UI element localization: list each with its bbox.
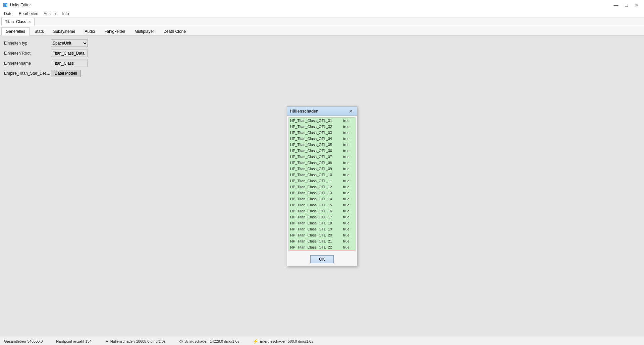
dialog-title: Hüllenschaden <box>290 109 318 114</box>
dialog-list-item[interactable]: HP_Titan_Class_OTL_16true <box>289 208 355 214</box>
status-bar: Gesamtleben 346000.0 Hardpoint anzahl 13… <box>0 337 644 345</box>
dialog-list-item[interactable]: HP_Titan_Class_OTL_14true <box>289 196 355 202</box>
gesamtleben-label: Gesamtleben <box>4 339 26 343</box>
tab-death-clone[interactable]: Death Clone <box>159 27 190 35</box>
tab-multiplayer[interactable]: Multiplayer <box>130 27 158 35</box>
dialog-list-item[interactable]: HP_Titan_Class_OTL_09true <box>289 166 355 172</box>
dialog-list-item[interactable]: HP_Titan_Class_OTL_22true <box>289 244 355 250</box>
minimize-button[interactable]: — <box>611 2 621 8</box>
huellenschaden-label: Hüllenschaden <box>110 339 135 343</box>
nav-tabs: Generelles Stats Subsysteme Audio Fähigk… <box>0 26 644 36</box>
dialog-footer: OK <box>287 253 357 266</box>
modal-overlay: Hüllenschaden ✕ HP_Titan_Class_OTL_01tru… <box>0 36 644 337</box>
dialog-list-item[interactable]: HP_Titan_Class_OTL_02true <box>289 124 355 130</box>
file-tab-label: Titan_Class <box>5 19 26 24</box>
dialog-list-item[interactable]: HP_Titan_Class_OTL_12true <box>289 184 355 190</box>
energieschaden-icon: ⚡ <box>253 339 258 344</box>
menu-item-bearbeiten[interactable]: Bearbeiten <box>16 11 41 17</box>
dialog-list-item[interactable]: HP_Titan_Class_OTL_04true <box>289 136 355 142</box>
dialog-list-item[interactable]: HP_Titan_Class_OTL_20true <box>289 232 355 238</box>
status-hardpoint: Hardpoint anzahl 134 <box>56 339 92 343</box>
dialog-list-item[interactable]: HP_Titan_Class_OTL_08true <box>289 160 355 166</box>
file-tab-close-icon[interactable]: ✕ <box>28 20 31 24</box>
close-button[interactable]: ✕ <box>632 2 641 8</box>
schildschaden-label: Schildschaden <box>184 339 209 343</box>
dialog-list-item[interactable]: HP_Titan_Class_OTL_15true <box>289 202 355 208</box>
file-tab-titan-class[interactable]: Titan_Class ✕ <box>1 18 35 26</box>
status-huellenschaden: ✦ Hüllenschaden 10608.0 dmg/1.0s <box>105 339 166 344</box>
dialog-list[interactable]: HP_Titan_Class_OTL_01trueHP_Titan_Class_… <box>289 118 355 251</box>
tab-subsysteme[interactable]: Subsysteme <box>49 27 79 35</box>
energieschaden-value: 500.0 dmg/1.0s <box>288 339 313 343</box>
menu-item-ansicht[interactable]: Ansicht <box>41 11 59 17</box>
dialog-list-item[interactable]: HP_Titan_Class_OTL_03true <box>289 130 355 136</box>
dialog-list-item[interactable]: HP_Titan_Class_OTL_11true <box>289 178 355 184</box>
status-energieschaden: ⚡ Energieschaden 500.0 dmg/1.0s <box>253 339 313 344</box>
schildschaden-icon: ⊙ <box>179 339 183 344</box>
huellenschaden-value: 10608.0 dmg/1.0s <box>136 339 166 343</box>
dialog-list-item[interactable]: HP_Titan_Class_OTL_17true <box>289 214 355 220</box>
window-controls: — □ ✕ <box>611 2 641 8</box>
main-content: Einheiten typ SpaceUnit Einheiten Root E… <box>0 36 644 337</box>
dialog-list-item[interactable]: HP_Titan_Class_OTL_10true <box>289 172 355 178</box>
file-tabs: Titan_Class ✕ <box>0 17 644 26</box>
huellenschaden-dialog: Hüllenschaden ✕ HP_Titan_Class_OTL_01tru… <box>287 106 357 266</box>
dialog-list-item[interactable]: HP_Titan_Class_OTL_21true <box>289 238 355 244</box>
dialog-list-item[interactable]: HP_Titan_Class_OTL_01true <box>289 118 355 124</box>
dialog-list-item[interactable]: HP_Titan_Class_OTL_05true <box>289 142 355 148</box>
schildschaden-value: 14228.0 dmg/1.0s <box>210 339 239 343</box>
hardpoint-value: 134 <box>86 339 92 343</box>
dialog-list-item[interactable]: HP_Titan_Class_OTL_19true <box>289 226 355 232</box>
dialog-list-item[interactable]: HP_Titan_Class_OTL_06true <box>289 148 355 154</box>
dialog-titlebar: Hüllenschaden ✕ <box>287 107 357 116</box>
tab-audio[interactable]: Audio <box>80 27 99 35</box>
title-bar: Units Editor — □ ✕ <box>0 0 644 10</box>
menu-item-info[interactable]: Info <box>59 11 71 17</box>
energieschaden-label: Energieschaden <box>260 339 286 343</box>
svg-rect-2 <box>4 4 6 6</box>
tab-faehigkeiten[interactable]: Fähigkeiten <box>100 27 129 35</box>
dialog-list-container: HP_Titan_Class_OTL_01trueHP_Titan_Class_… <box>288 117 356 251</box>
gesamtleben-value: 346000.0 <box>27 339 43 343</box>
dialog-ok-button[interactable]: OK <box>310 255 334 263</box>
dialog-list-item[interactable]: HP_Titan_Class_QIC_01false <box>289 250 355 251</box>
dialog-list-item[interactable]: HP_Titan_Class_OTL_07true <box>289 154 355 160</box>
app-title: Units Editor <box>10 3 611 7</box>
dialog-close-button[interactable]: ✕ <box>347 109 354 114</box>
tab-generelles[interactable]: Generelles <box>1 27 30 36</box>
hardpoint-label: Hardpoint anzahl <box>56 339 84 343</box>
menu-item-datei[interactable]: Datei <box>1 11 16 17</box>
dialog-list-item[interactable]: HP_Titan_Class_OTL_13true <box>289 190 355 196</box>
dialog-list-item[interactable]: HP_Titan_Class_OTL_18true <box>289 220 355 226</box>
maximize-button[interactable]: □ <box>623 2 631 8</box>
status-gesamtleben: Gesamtleben 346000.0 <box>4 339 43 343</box>
app-icon <box>3 2 8 8</box>
tab-stats[interactable]: Stats <box>30 27 48 35</box>
huellenschaden-icon: ✦ <box>105 339 109 344</box>
status-schildschaden: ⊙ Schildschaden 14228.0 dmg/1.0s <box>179 339 239 344</box>
menu-bar: Datei Bearbeiten Ansicht Info <box>0 10 644 17</box>
